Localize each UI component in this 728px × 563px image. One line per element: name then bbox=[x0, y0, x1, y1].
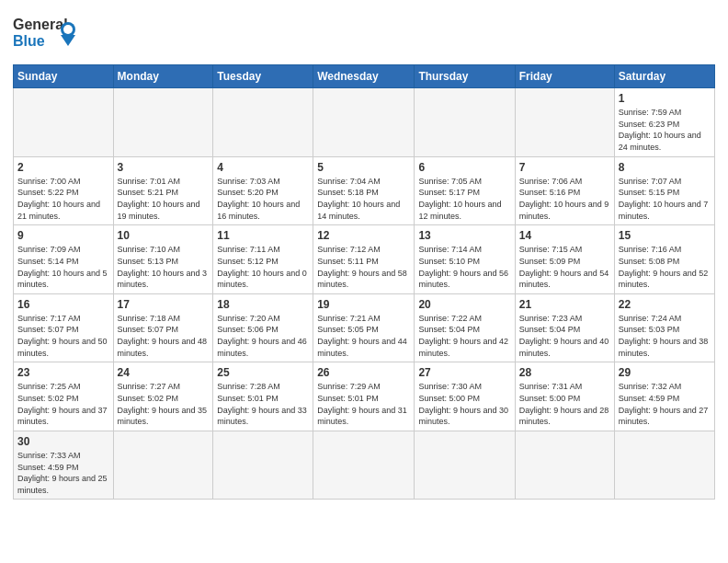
calendar-cell: 18Sunrise: 7:20 AMSunset: 5:06 PMDayligh… bbox=[213, 293, 313, 362]
day-info: Sunrise: 7:15 AMSunset: 5:09 PMDaylight:… bbox=[519, 244, 610, 290]
day-number: 30 bbox=[17, 434, 109, 449]
day-info: Sunrise: 7:03 AMSunset: 5:20 PMDaylight:… bbox=[217, 176, 309, 222]
day-info: Sunrise: 7:05 AMSunset: 5:17 PMDaylight:… bbox=[418, 176, 510, 222]
day-number: 3 bbox=[118, 160, 210, 175]
calendar-cell: 20Sunrise: 7:22 AMSunset: 5:04 PMDayligh… bbox=[415, 293, 515, 362]
day-info: Sunrise: 7:11 AMSunset: 5:12 PMDaylight:… bbox=[217, 244, 309, 290]
day-info: Sunrise: 7:07 AMSunset: 5:15 PMDaylight:… bbox=[619, 176, 711, 222]
day-number: 2 bbox=[17, 160, 109, 175]
day-number: 23 bbox=[17, 365, 109, 380]
day-number: 29 bbox=[619, 365, 711, 380]
calendar-cell: 15Sunrise: 7:16 AMSunset: 5:08 PMDayligh… bbox=[614, 225, 714, 294]
calendar-cell: 11Sunrise: 7:11 AMSunset: 5:12 PMDayligh… bbox=[213, 225, 313, 294]
calendar-cell: 8Sunrise: 7:07 AMSunset: 5:15 PMDaylight… bbox=[614, 156, 714, 225]
weekday-header-sunday: Sunday bbox=[14, 65, 114, 88]
weekday-header-row: SundayMondayTuesdayWednesdayThursdayFrid… bbox=[14, 65, 715, 88]
day-info: Sunrise: 7:24 AMSunset: 5:03 PMDaylight:… bbox=[619, 313, 711, 359]
day-info: Sunrise: 7:10 AMSunset: 5:13 PMDaylight:… bbox=[118, 244, 210, 290]
day-number: 25 bbox=[217, 365, 309, 380]
day-number: 21 bbox=[519, 297, 610, 312]
day-number: 14 bbox=[519, 228, 610, 243]
day-number: 28 bbox=[519, 365, 610, 380]
day-number: 22 bbox=[619, 297, 711, 312]
week-row-5: 23Sunrise: 7:25 AMSunset: 5:02 PMDayligh… bbox=[14, 362, 715, 431]
calendar-cell bbox=[415, 431, 515, 500]
day-number: 16 bbox=[17, 297, 109, 312]
calendar-cell bbox=[415, 88, 515, 157]
calendar-cell: 17Sunrise: 7:18 AMSunset: 5:07 PMDayligh… bbox=[113, 293, 213, 362]
day-info: Sunrise: 7:20 AMSunset: 5:06 PMDaylight:… bbox=[217, 313, 309, 359]
calendar-cell: 5Sunrise: 7:04 AMSunset: 5:18 PMDaylight… bbox=[313, 156, 415, 225]
day-info: Sunrise: 7:14 AMSunset: 5:10 PMDaylight:… bbox=[418, 244, 510, 290]
svg-text:Blue: Blue bbox=[13, 33, 45, 49]
calendar-cell bbox=[14, 88, 114, 157]
weekday-header-tuesday: Tuesday bbox=[213, 65, 313, 88]
weekday-header-wednesday: Wednesday bbox=[313, 65, 415, 88]
calendar-cell bbox=[213, 431, 313, 500]
calendar-cell: 14Sunrise: 7:15 AMSunset: 5:09 PMDayligh… bbox=[515, 225, 614, 294]
calendar-cell: 23Sunrise: 7:25 AMSunset: 5:02 PMDayligh… bbox=[14, 362, 114, 431]
day-number: 6 bbox=[418, 160, 510, 175]
calendar-cell: 1Sunrise: 7:59 AMSunset: 6:23 PMDaylight… bbox=[614, 88, 714, 157]
day-info: Sunrise: 7:06 AMSunset: 5:16 PMDaylight:… bbox=[519, 176, 610, 222]
day-number: 18 bbox=[217, 297, 309, 312]
weekday-header-monday: Monday bbox=[113, 65, 213, 88]
day-info: Sunrise: 7:12 AMSunset: 5:11 PMDaylight:… bbox=[317, 244, 410, 290]
calendar-cell: 12Sunrise: 7:12 AMSunset: 5:11 PMDayligh… bbox=[313, 225, 415, 294]
day-info: Sunrise: 7:18 AMSunset: 5:07 PMDaylight:… bbox=[118, 313, 210, 359]
day-info: Sunrise: 7:09 AMSunset: 5:14 PMDaylight:… bbox=[17, 244, 109, 290]
day-number: 13 bbox=[418, 228, 510, 243]
calendar-cell: 3Sunrise: 7:01 AMSunset: 5:21 PMDaylight… bbox=[113, 156, 213, 225]
calendar-cell: 26Sunrise: 7:29 AMSunset: 5:01 PMDayligh… bbox=[313, 362, 415, 431]
day-info: Sunrise: 7:23 AMSunset: 5:04 PMDaylight:… bbox=[519, 313, 610, 359]
calendar-cell: 9Sunrise: 7:09 AMSunset: 5:14 PMDaylight… bbox=[14, 225, 114, 294]
weekday-header-thursday: Thursday bbox=[415, 65, 515, 88]
day-info: Sunrise: 7:33 AMSunset: 4:59 PMDaylight:… bbox=[17, 450, 109, 496]
calendar-cell: 7Sunrise: 7:06 AMSunset: 5:16 PMDaylight… bbox=[515, 156, 614, 225]
calendar-cell: 25Sunrise: 7:28 AMSunset: 5:01 PMDayligh… bbox=[213, 362, 313, 431]
week-row-4: 16Sunrise: 7:17 AMSunset: 5:07 PMDayligh… bbox=[14, 293, 715, 362]
day-info: Sunrise: 7:28 AMSunset: 5:01 PMDaylight:… bbox=[217, 381, 309, 427]
day-info: Sunrise: 7:25 AMSunset: 5:02 PMDaylight:… bbox=[17, 381, 109, 427]
day-number: 9 bbox=[17, 228, 109, 243]
calendar-cell bbox=[313, 88, 415, 157]
week-row-2: 2Sunrise: 7:00 AMSunset: 5:22 PMDaylight… bbox=[14, 156, 715, 225]
day-number: 5 bbox=[317, 160, 410, 175]
day-number: 8 bbox=[619, 160, 711, 175]
day-info: Sunrise: 7:16 AMSunset: 5:08 PMDaylight:… bbox=[619, 244, 711, 290]
day-number: 15 bbox=[619, 228, 711, 243]
calendar-cell bbox=[213, 88, 313, 157]
calendar-cell: 21Sunrise: 7:23 AMSunset: 5:04 PMDayligh… bbox=[515, 293, 614, 362]
day-info: Sunrise: 7:17 AMSunset: 5:07 PMDaylight:… bbox=[17, 313, 109, 359]
day-info: Sunrise: 7:21 AMSunset: 5:05 PMDaylight:… bbox=[317, 313, 410, 359]
calendar-cell bbox=[313, 431, 415, 500]
calendar-cell: 16Sunrise: 7:17 AMSunset: 5:07 PMDayligh… bbox=[14, 293, 114, 362]
day-number: 11 bbox=[217, 228, 309, 243]
day-number: 26 bbox=[317, 365, 410, 380]
header: General Blue bbox=[13, 9, 715, 57]
logo-svg: General Blue bbox=[13, 9, 96, 57]
day-number: 27 bbox=[418, 365, 510, 380]
weekday-header-saturday: Saturday bbox=[614, 65, 714, 88]
calendar-cell: 28Sunrise: 7:31 AMSunset: 5:00 PMDayligh… bbox=[515, 362, 614, 431]
week-row-6: 30Sunrise: 7:33 AMSunset: 4:59 PMDayligh… bbox=[14, 431, 715, 500]
day-number: 17 bbox=[118, 297, 210, 312]
calendar-cell bbox=[515, 431, 614, 500]
day-info: Sunrise: 7:22 AMSunset: 5:04 PMDaylight:… bbox=[418, 313, 510, 359]
week-row-1: 1Sunrise: 7:59 AMSunset: 6:23 PMDaylight… bbox=[14, 88, 715, 157]
calendar-cell: 19Sunrise: 7:21 AMSunset: 5:05 PMDayligh… bbox=[313, 293, 415, 362]
svg-point-4 bbox=[63, 25, 73, 34]
calendar-cell: 13Sunrise: 7:14 AMSunset: 5:10 PMDayligh… bbox=[415, 225, 515, 294]
day-info: Sunrise: 7:30 AMSunset: 5:00 PMDaylight:… bbox=[418, 381, 510, 427]
svg-text:General: General bbox=[13, 17, 68, 32]
weekday-header-friday: Friday bbox=[515, 65, 614, 88]
calendar: SundayMondayTuesdayWednesdayThursdayFrid… bbox=[13, 64, 715, 500]
day-info: Sunrise: 7:00 AMSunset: 5:22 PMDaylight:… bbox=[17, 176, 109, 222]
day-info: Sunrise: 7:04 AMSunset: 5:18 PMDaylight:… bbox=[317, 176, 410, 222]
page-container: General Blue SundayMondayTuesdayWednesda… bbox=[0, 0, 728, 505]
day-info: Sunrise: 7:31 AMSunset: 5:00 PMDaylight:… bbox=[519, 381, 610, 427]
logo: General Blue bbox=[13, 9, 96, 57]
day-number: 10 bbox=[118, 228, 210, 243]
day-number: 19 bbox=[317, 297, 410, 312]
day-number: 1 bbox=[619, 91, 711, 106]
